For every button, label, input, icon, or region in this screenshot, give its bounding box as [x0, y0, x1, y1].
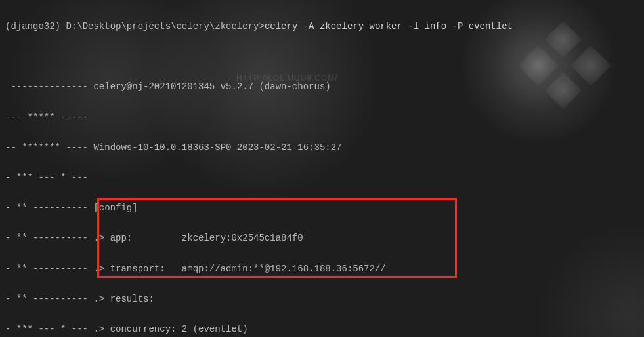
command-input[interactable]: celery -A zkcelery worker -l info -P eve… [265, 21, 513, 31]
venv-indicator: (django32) [5, 21, 66, 31]
prompt-line[interactable]: (django32) D:\Desktop\projects\celery\zk… [5, 19, 639, 34]
config-concurrency: - *** --- * --- .> concurrency: 2 (event… [5, 322, 639, 337]
banner-art: - *** --- * --- [5, 170, 639, 186]
config-results: - ** ---------- .> results: [5, 292, 639, 307]
config-transport: - ** ---------- .> transport: amqp://adm… [5, 262, 639, 277]
platform-line: -- ******* ---- Windows-10-10.0.18363-SP… [5, 140, 639, 155]
config-header: - ** ---------- [config] [5, 201, 639, 216]
banner-art: --- ***** ----- [5, 110, 639, 125]
banner-title: -------------- celery@nj-202101201345 v5… [5, 79, 639, 94]
terminal-output: (django32) D:\Desktop\projects\celery\zk… [0, 0, 644, 337]
banner-blank [5, 49, 639, 64]
working-dir: D:\Desktop\projects\celery\zkcelery> [66, 21, 264, 31]
config-app: - ** ---------- .> app: zkcelery:0x2545c… [5, 231, 639, 246]
